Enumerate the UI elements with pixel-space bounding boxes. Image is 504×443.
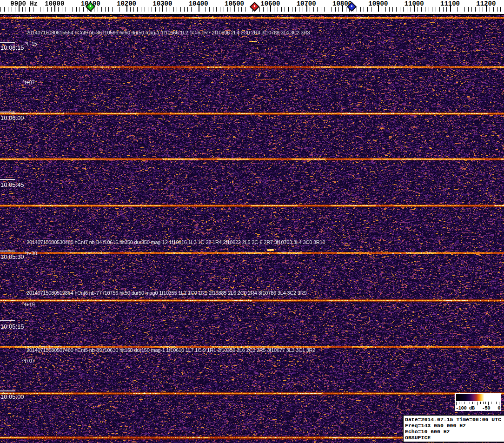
ruler-tick	[249, 7, 249, 12]
ruler-tick	[231, 7, 231, 12]
ruler-tick	[446, 7, 447, 12]
ruler-tick	[278, 7, 278, 12]
color-scale-labels: -100 dB -50 0	[456, 405, 500, 411]
color-scale-tick	[475, 402, 475, 404]
frequency-ruler: 9900 Hz100001010010200103001040010500106…	[0, 0, 504, 15]
ruler-tick	[141, 7, 141, 12]
ruler-tick	[62, 7, 62, 12]
ruler-tick	[69, 7, 69, 12]
info-echo-frequency: Echo=10 600 Hz	[405, 429, 503, 435]
ruler-tick	[303, 7, 303, 12]
ruler-tick	[159, 7, 159, 12]
ruler-tick	[133, 7, 134, 12]
ruler-label: 11200	[476, 0, 496, 7]
ruler-label: 10000	[45, 0, 64, 7]
ruler-tick	[29, 7, 30, 12]
ruler-tick	[0, 7, 1, 12]
ruler-tick	[155, 7, 156, 12]
ruler-label: 9900 Hz	[10, 0, 38, 7]
ruler-tick	[418, 7, 418, 12]
detection-time-offset: ^t+15	[25, 41, 37, 46]
detection-annotation: 20140715080530460 hCnt7 nb-84 f10616 hit…	[27, 239, 325, 245]
info-observatory: OBSUPICE	[405, 435, 503, 441]
detection-time-offset: ^t+30	[25, 251, 37, 256]
color-scale-tick	[459, 402, 459, 404]
freq-marker-red[interactable]	[250, 2, 259, 12]
ruler-tick	[8, 7, 8, 12]
ruler-tick	[180, 7, 181, 12]
ruler-tick	[184, 7, 185, 12]
ruler-label: 10200	[117, 0, 136, 7]
time-tick	[0, 320, 15, 321]
ruler-tick	[346, 7, 346, 12]
color-scale-tick	[472, 402, 473, 404]
ruler-tick	[206, 7, 206, 12]
color-scale-tick	[485, 402, 486, 404]
ruler-label: 10300	[153, 0, 172, 7]
status-info-box: Date=2014-07-15 Time=08:06 UTC Freq=143 …	[403, 415, 504, 443]
ruler-tick	[12, 7, 12, 12]
ruler-tick	[360, 7, 361, 12]
ruler-tick	[191, 7, 192, 12]
ruler-tick	[166, 7, 166, 12]
ruler-tick	[130, 7, 131, 12]
ruler-tick	[475, 7, 476, 12]
freq-marker-center	[90, 5, 92, 7]
ruler-tick	[187, 7, 188, 12]
color-scale-tick	[467, 402, 467, 405]
info-frequency: Freq=143 050 000 Hz	[405, 423, 503, 429]
ruler-tick	[209, 7, 210, 12]
ruler-tick	[263, 7, 264, 12]
ruler-tick	[389, 7, 390, 12]
ruler-tick	[403, 7, 404, 12]
ruler-tick	[177, 7, 177, 12]
ruler-tick	[26, 7, 26, 12]
ruler-tick	[497, 7, 497, 12]
scale-mid-label: -50	[482, 405, 490, 411]
color-scale-tick	[491, 402, 491, 404]
ruler-tick	[108, 7, 109, 12]
ruler-tick	[170, 7, 170, 12]
ruler-tick	[371, 7, 371, 12]
ruler-tick	[439, 7, 440, 12]
detection-time-offset: ^t+07	[22, 358, 35, 364]
ruler-tick	[464, 7, 465, 12]
ruler-tick	[137, 7, 138, 12]
ruler-tick	[119, 7, 120, 12]
time-label: 10:05:30	[0, 253, 24, 260]
ruler-tick	[364, 7, 364, 12]
time-tick	[0, 112, 15, 112]
ruler-tick	[148, 7, 148, 12]
ruler-tick	[152, 7, 152, 12]
ruler-tick	[216, 7, 217, 12]
ruler-tick	[44, 7, 44, 12]
ruler-tick	[123, 7, 123, 12]
detection-annotation: 20140715080448664 hCnt4 nb-87 f10595 hit…	[27, 435, 324, 441]
ruler-tick	[332, 7, 332, 12]
ruler-tick	[105, 7, 106, 12]
ruler-tick	[396, 7, 397, 12]
ruler-tick	[116, 7, 116, 12]
ruler-tick	[310, 7, 310, 12]
color-scale-tick	[470, 402, 470, 404]
ruler-tick	[80, 7, 80, 12]
detection-annotation: 20140715080615564 hCnt9 nb-86 f10566 hit…	[27, 30, 310, 35]
ruler-tick	[338, 7, 339, 12]
ruler-tick	[51, 7, 52, 12]
ruler-tick	[259, 7, 260, 12]
color-scale-tick	[477, 402, 478, 405]
ruler-tick	[367, 7, 368, 12]
ruler-tick	[317, 7, 318, 12]
ruler-tick	[285, 7, 285, 12]
ruler-tick	[321, 7, 321, 12]
ruler-tick	[213, 7, 213, 12]
ruler-tick	[73, 7, 73, 12]
ruler-tick	[313, 7, 314, 12]
ruler-tick	[22, 7, 23, 12]
color-scale-tick	[464, 402, 464, 404]
ruler-tick	[493, 7, 494, 12]
ruler-tick	[58, 7, 59, 12]
color-scale-tick	[456, 402, 457, 405]
ruler-label: 11100	[440, 0, 460, 7]
scale-min-label: -100 dB	[456, 405, 475, 411]
